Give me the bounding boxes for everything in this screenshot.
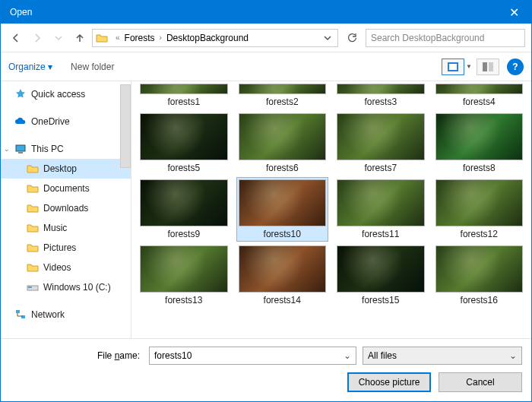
breadcrumb-dropdown[interactable] [321, 34, 334, 42]
search-input[interactable] [371, 33, 520, 43]
help-button[interactable]: ? [507, 59, 524, 75]
crumb-desktopbackground[interactable]: DesktopBackground [166, 33, 249, 43]
svg-rect-4 [16, 145, 25, 151]
svg-rect-2 [483, 62, 487, 71]
toolbar: Organize ▾ New folder ▼ ? [1, 52, 531, 81]
folder-icon [27, 261, 39, 274]
file-item[interactable]: forests11 [334, 177, 427, 242]
sidebar-pictures[interactable]: Pictures [1, 238, 131, 258]
star-icon [14, 88, 27, 100]
preview-pane-button[interactable] [477, 59, 499, 75]
thumbnail [337, 179, 425, 226]
chevron-right-icon: › [155, 33, 166, 42]
cloud-icon [14, 116, 27, 128]
view-thumbnails-button[interactable] [442, 59, 464, 75]
thumbnail [435, 113, 524, 160]
thumbnail [435, 245, 524, 293]
thumbnail [337, 113, 425, 160]
network-icon [14, 309, 27, 321]
thumbnail [239, 113, 327, 160]
file-item[interactable]: forests8 [433, 111, 526, 176]
thumbnail [239, 179, 327, 226]
sidebar-documents[interactable]: Documents [1, 179, 131, 198]
folder-icon [27, 202, 39, 214]
file-item[interactable]: forests6 [236, 111, 329, 176]
cancel-button[interactable]: Cancel [439, 372, 522, 392]
thumbnail [239, 245, 327, 293]
footer: File name: ⌄ All files ⌄ Choose picture … [1, 338, 531, 401]
svg-rect-7 [28, 286, 32, 288]
file-item[interactable]: forests1 [138, 81, 230, 109]
crumb-forests[interactable]: Forests [125, 33, 155, 43]
filename-combobox[interactable]: ⌄ [149, 347, 356, 365]
file-item[interactable]: forests9 [138, 177, 230, 242]
search-box[interactable] [366, 29, 525, 47]
file-item[interactable]: forests14 [236, 243, 329, 308]
chevron-down-icon: ▼ [466, 63, 472, 70]
folder-icon [27, 222, 39, 234]
chevron-down-icon: ⌄ [509, 350, 517, 361]
filetype-filter[interactable]: All files ⌄ [363, 347, 522, 365]
titlebar[interactable]: Open ✕ [1, 1, 531, 24]
file-item-selected[interactable]: forests10 [236, 177, 329, 242]
filename-input[interactable] [154, 350, 344, 361]
sidebar-videos[interactable]: Videos [1, 258, 131, 277]
up-button[interactable] [71, 29, 89, 47]
folder-icon [27, 163, 39, 175]
thumbnail [337, 84, 425, 94]
file-item[interactable]: forests4 [433, 81, 526, 109]
open-dialog: Open ✕ « Forests › DesktopBackground Org… [0, 0, 532, 402]
window-title: Open [10, 7, 497, 17]
sidebar-onedrive[interactable]: OneDrive [1, 112, 131, 131]
file-grid: forests1 forests2 forests3 forests4 fore… [131, 81, 531, 338]
chevron-down-icon[interactable]: ⌄ [344, 350, 351, 361]
file-item[interactable]: forests7 [334, 111, 427, 176]
sidebar-windows-drive[interactable]: Windows 10 (C:) [1, 277, 131, 297]
scrollbar[interactable] [120, 84, 131, 168]
svg-rect-1 [449, 64, 457, 70]
pc-icon [14, 143, 27, 155]
folder-icon [27, 182, 39, 195]
sidebar-network[interactable]: Network [1, 305, 131, 324]
refresh-button[interactable] [341, 29, 363, 47]
thumbnail [140, 245, 228, 293]
thumbnail [140, 84, 228, 94]
thumbnail [337, 245, 425, 293]
choose-picture-button[interactable]: Choose picture [347, 372, 431, 392]
folder-icon [96, 32, 108, 44]
svg-rect-5 [18, 152, 23, 154]
thumbnail [140, 179, 228, 226]
sidebar-this-pc[interactable]: ⌄This PC [1, 139, 131, 159]
svg-rect-3 [489, 62, 493, 71]
folder-icon [27, 242, 39, 254]
file-item[interactable]: forests2 [236, 81, 329, 109]
sidebar-music[interactable]: Music [1, 218, 131, 238]
sidebar: Quick access OneDrive ⌄This PC Desktop D… [1, 81, 131, 338]
chevron-right-icon: « [111, 33, 125, 42]
forward-button[interactable] [28, 29, 46, 47]
file-item[interactable]: forests3 [334, 81, 427, 109]
filename-label: File name: [10, 350, 143, 361]
breadcrumb[interactable]: « Forests › DesktopBackground [92, 29, 338, 47]
svg-rect-8 [16, 310, 20, 313]
file-item[interactable]: forests15 [334, 243, 427, 308]
thumbnail [435, 179, 524, 226]
close-button[interactable]: ✕ [497, 1, 531, 24]
drive-icon [27, 281, 39, 293]
sidebar-downloads[interactable]: Downloads [1, 198, 131, 218]
thumbnail [435, 84, 524, 94]
file-item[interactable]: forests13 [138, 243, 230, 308]
chevron-down-icon[interactable]: ⌄ [4, 145, 10, 153]
thumbnail [140, 113, 228, 160]
sidebar-desktop[interactable]: Desktop [1, 159, 131, 179]
file-item[interactable]: forests12 [433, 177, 526, 242]
file-item[interactable]: forests5 [138, 111, 230, 176]
file-item[interactable]: forests16 [433, 243, 526, 308]
sidebar-quick-access[interactable]: Quick access [1, 84, 131, 104]
recent-dropdown[interactable] [49, 29, 68, 47]
new-folder-button[interactable]: New folder [71, 62, 114, 72]
back-button[interactable] [7, 29, 25, 47]
nav-row: « Forests › DesktopBackground [1, 24, 531, 52]
thumbnail [239, 84, 327, 94]
organize-menu[interactable]: Organize ▾ [8, 62, 52, 72]
